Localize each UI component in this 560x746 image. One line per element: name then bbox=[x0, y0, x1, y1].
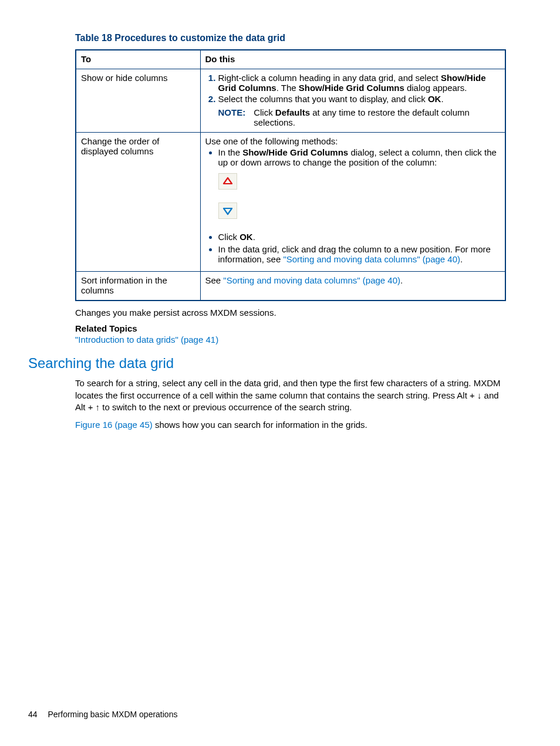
note-block: NOTE: Click Defaults at any time to rest… bbox=[205, 107, 501, 127]
procedures-table: To Do this Show or hide columns Right-cl… bbox=[75, 49, 506, 301]
note-label: NOTE: bbox=[218, 107, 246, 127]
text: See bbox=[205, 275, 224, 285]
step-item: Select the columns that you want to disp… bbox=[218, 94, 501, 104]
col-header-to: To bbox=[76, 50, 200, 69]
text: Click bbox=[254, 107, 275, 117]
bullet-item: In the data grid, click and drag the col… bbox=[218, 244, 501, 264]
cross-ref-link[interactable]: "Sorting and moving data columns" (page … bbox=[283, 254, 460, 264]
table-row: Show or hide columns Right-click a colum… bbox=[76, 69, 505, 133]
figure-ref-link[interactable]: Figure 16 (page 45) bbox=[75, 420, 153, 430]
text: In the bbox=[218, 147, 243, 157]
col-header-do: Do this bbox=[200, 50, 505, 69]
bold-term: Show/Hide Grid Columns bbox=[299, 83, 404, 93]
text: Right-click a column heading in any data… bbox=[218, 73, 441, 83]
cell-to: Change the order of displayed columns bbox=[76, 133, 200, 272]
text: . The bbox=[276, 83, 299, 93]
bold-term: OK bbox=[239, 232, 253, 242]
chapter-title: Performing basic MXDM operations bbox=[48, 710, 177, 719]
cell-do: Use one of the following methods: In the… bbox=[200, 133, 505, 272]
table-caption: Table 18 Procedures to customize the dat… bbox=[75, 33, 525, 43]
arrow-buttons-graphic bbox=[218, 173, 501, 219]
note-text: Click Defaults at any time to restore th… bbox=[254, 107, 500, 127]
text: dialog appears. bbox=[404, 83, 467, 93]
table-row: Sort information in the columns See "Sor… bbox=[76, 272, 505, 301]
bold-term: Defaults bbox=[275, 107, 310, 117]
section-para: To search for a string, select any cell … bbox=[75, 377, 505, 413]
cell-to: Show or hide columns bbox=[76, 69, 200, 133]
related-topics-heading: Related Topics bbox=[75, 323, 525, 333]
text: . bbox=[253, 232, 255, 242]
cell-to: Sort information in the columns bbox=[76, 272, 200, 301]
cross-ref-link[interactable]: "Sorting and moving data columns" (page … bbox=[223, 275, 400, 285]
section-para: Figure 16 (page 45) shows how you can se… bbox=[75, 419, 505, 431]
move-up-icon bbox=[218, 173, 237, 190]
step-item: Right-click a column heading in any data… bbox=[218, 73, 501, 93]
text: . bbox=[460, 254, 463, 264]
table-header-row: To Do this bbox=[76, 50, 505, 69]
text: Click bbox=[218, 232, 240, 242]
bullet-item: In the Show/Hide Grid Columns dialog, se… bbox=[218, 147, 501, 219]
text: . bbox=[400, 275, 403, 285]
cell-do: Right-click a column heading in any data… bbox=[200, 69, 505, 133]
intro-text: Use one of the following methods: bbox=[205, 136, 501, 146]
text: shows how you can search for information… bbox=[153, 420, 367, 430]
table-row: Change the order of displayed columns Us… bbox=[76, 133, 505, 272]
persistence-note: Changes you make persist across MXDM ses… bbox=[75, 307, 505, 319]
text: Select the columns that you want to disp… bbox=[218, 94, 428, 104]
bold-term: OK bbox=[428, 94, 441, 104]
related-topic-link[interactable]: "Introduction to data grids" (page 41) bbox=[75, 335, 218, 345]
cell-do: See "Sorting and moving data columns" (p… bbox=[200, 272, 505, 301]
text: . bbox=[441, 94, 443, 104]
section-heading: Searching the data grid bbox=[28, 355, 525, 372]
bullet-item: Click OK. bbox=[218, 232, 501, 242]
bold-term: Show/Hide Grid Columns bbox=[242, 147, 348, 157]
move-down-icon bbox=[218, 202, 237, 219]
page-number: 44 bbox=[28, 710, 38, 719]
page-footer: 44 Performing basic MXDM operations bbox=[28, 710, 177, 719]
